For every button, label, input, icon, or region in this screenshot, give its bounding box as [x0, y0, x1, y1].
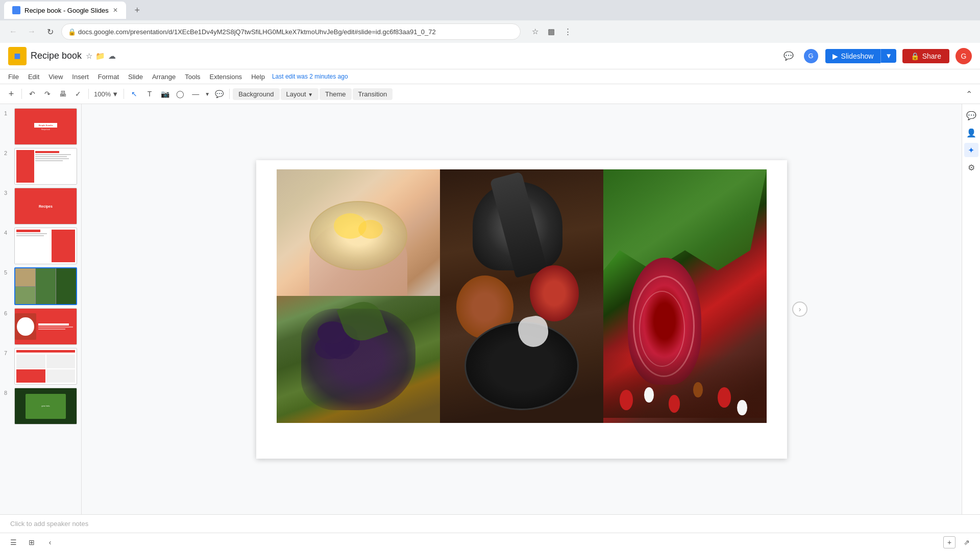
- right-sidebar: 💬 👤 ✦ ⚙: [962, 104, 980, 514]
- right-sidebar-comments-icon[interactable]: 💬: [964, 108, 978, 122]
- doc-title[interactable]: Recipe book: [31, 51, 82, 61]
- cast-icon[interactable]: ▩: [545, 26, 557, 38]
- star-icon[interactable]: ☆: [86, 52, 92, 61]
- layout-button[interactable]: Layout ▼: [281, 88, 319, 100]
- slide-item-8[interactable]: 8 green herbs: [4, 388, 77, 424]
- slide-num-3: 3: [4, 188, 11, 196]
- slide-canvas[interactable]: ›: [256, 160, 787, 459]
- layout-dropdown-icon: ▼: [308, 92, 313, 97]
- slide-num-8: 8: [4, 388, 11, 396]
- toolbar: + ↶ ↷ 🖶 ✓ 100% ▼ ↖ T 📷 ◯ ― ▼ 💬 Backgroun…: [0, 84, 980, 104]
- right-sidebar-ai-icon[interactable]: ✦: [964, 143, 978, 157]
- slide-item-7[interactable]: 7: [4, 348, 77, 385]
- menu-tools[interactable]: Tools: [181, 72, 204, 82]
- menu-view[interactable]: View: [44, 72, 67, 82]
- menu-slide[interactable]: Slide: [124, 72, 147, 82]
- last-edit-text[interactable]: Last edit was 2 minutes ago: [272, 73, 348, 80]
- transition-button[interactable]: Transition: [353, 88, 393, 100]
- slide-num-6: 6: [4, 308, 11, 316]
- line-dropdown-icon[interactable]: ▼: [204, 87, 211, 101]
- slide-thumb-5: [14, 267, 77, 305]
- slide-thumb-8: green herbs: [14, 388, 77, 424]
- cursor-tool-button[interactable]: ↖: [127, 87, 141, 101]
- slide-list-view-button[interactable]: ☰: [6, 535, 20, 549]
- slide-item-6[interactable]: 6: [4, 308, 77, 345]
- slide-item-2[interactable]: 2: [4, 148, 77, 185]
- tab-close-icon[interactable]: ✕: [113, 7, 118, 14]
- shapes-tool-button[interactable]: ◯: [173, 87, 187, 101]
- main-content: 1 Simple Snacks Recipe book 2: [0, 104, 980, 514]
- toolbar-expand-button[interactable]: ⌃: [962, 87, 976, 101]
- slide-item-5[interactable]: 5: [4, 267, 77, 305]
- spell-check-button[interactable]: ✓: [71, 87, 85, 101]
- comments-button[interactable]: 💬: [780, 48, 797, 64]
- redo-button[interactable]: ↷: [40, 87, 55, 101]
- app-icon: ■: [8, 47, 27, 65]
- menu-edit[interactable]: Edit: [24, 72, 43, 82]
- slide-item-1[interactable]: 1 Simple Snacks Recipe book: [4, 108, 77, 145]
- slideshow-button[interactable]: ▶ Slideshow: [825, 49, 881, 63]
- print-button[interactable]: 🖶: [56, 87, 70, 101]
- right-sidebar-format-icon[interactable]: ⚙: [964, 160, 978, 174]
- menu-arrange[interactable]: Arrange: [148, 72, 180, 82]
- share-button[interactable]: 🔒 Share: [902, 49, 949, 63]
- right-sidebar-people-icon[interactable]: 👤: [964, 126, 978, 140]
- move-to-folder-icon[interactable]: 📁: [95, 52, 105, 61]
- collapse-panel-button[interactable]: ‹: [43, 535, 57, 549]
- reload-button[interactable]: ↻: [43, 24, 57, 39]
- menu-file[interactable]: File: [4, 72, 23, 82]
- browser-tab[interactable]: Recipe book - Google Slides ✕: [4, 2, 126, 19]
- textbox-tool-button[interactable]: T: [142, 87, 157, 101]
- lock-icon: 🔒: [68, 28, 76, 36]
- slide-item-3[interactable]: 3 Recipes: [4, 188, 77, 224]
- menu-format[interactable]: Format: [94, 72, 123, 82]
- image-tool-button[interactable]: 📷: [158, 87, 172, 101]
- slide-thumb-1: Simple Snacks Recipe book: [14, 108, 77, 145]
- add-button[interactable]: +: [4, 87, 18, 101]
- line-tool-button[interactable]: ―: [188, 87, 203, 101]
- save-to-drive-icon[interactable]: ☁: [108, 52, 116, 61]
- notes-area[interactable]: Click to add speaker notes: [0, 514, 980, 533]
- slide-thumb-3: Recipes: [14, 188, 77, 224]
- app-icon-letter: ■: [14, 49, 20, 63]
- photo-cell-veggies: [603, 169, 767, 423]
- bookmark-icon[interactable]: ☆: [529, 26, 541, 38]
- slide-thumb-7: [14, 348, 77, 385]
- browser-menu-icon[interactable]: ⋮: [561, 26, 574, 38]
- user-avatar[interactable]: G: [955, 48, 972, 64]
- slide-grid-view-button[interactable]: ⊞: [24, 535, 39, 549]
- photo-cell-grapes: [277, 296, 440, 423]
- new-tab-button[interactable]: +: [130, 3, 144, 17]
- slide-item-4[interactable]: 4: [4, 228, 77, 264]
- zoom-control[interactable]: 100% ▼: [92, 89, 120, 99]
- slide-num-7: 7: [4, 348, 11, 356]
- slide-num-5: 5: [4, 267, 11, 276]
- background-button[interactable]: Background: [233, 88, 279, 100]
- canvas-area: ›: [82, 104, 962, 514]
- play-icon: ▶: [832, 52, 838, 60]
- tab-title: Recipe book - Google Slides: [24, 7, 109, 14]
- bottom-bar: ☰ ⊞ ‹ + ⇗: [0, 533, 980, 551]
- browser-nav-bar: ← → ↻ 🔒 docs.google.com/presentation/d/1…: [0, 20, 980, 43]
- prev-slide-arrow[interactable]: ›: [792, 302, 807, 317]
- slide-thumb-6: [14, 308, 77, 345]
- slideshow-label: Slideshow: [841, 52, 874, 60]
- zoom-level: 100%: [94, 90, 111, 98]
- forward-button[interactable]: →: [24, 24, 39, 39]
- comment-tool-button[interactable]: 💬: [212, 87, 226, 101]
- slide-thumb-4: [14, 228, 77, 264]
- photo-cell-tea: [277, 169, 440, 296]
- menu-help[interactable]: Help: [247, 72, 269, 82]
- menu-insert[interactable]: Insert: [68, 72, 93, 82]
- slideshow-dropdown-button[interactable]: ▼: [880, 49, 896, 63]
- avatar-group: G: [803, 48, 819, 64]
- notes-placeholder: Click to add speaker notes: [10, 520, 88, 528]
- theme-button[interactable]: Theme: [320, 88, 351, 100]
- address-bar[interactable]: 🔒 docs.google.com/presentation/d/1XEcBe1…: [61, 23, 521, 40]
- undo-button[interactable]: ↶: [25, 87, 39, 101]
- menu-extensions[interactable]: Extensions: [206, 72, 247, 82]
- share-label: Share: [922, 52, 941, 60]
- back-button[interactable]: ←: [6, 24, 20, 39]
- expand-canvas-button[interactable]: ⇗: [960, 535, 974, 549]
- add-slide-bottom-button[interactable]: +: [943, 536, 955, 548]
